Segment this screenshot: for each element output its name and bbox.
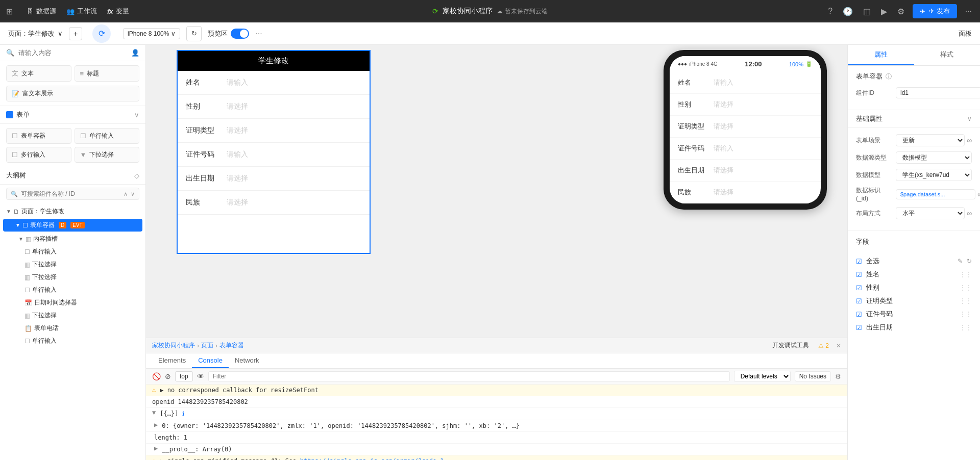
tree-section: 大纲树 ◇ 🔍 ∧ ∨ ▼ 🗋 页面：学生修改 ▼ ☐	[0, 167, 145, 460]
tree-search-up-icon[interactable]: ∧	[124, 191, 128, 197]
console-level-select[interactable]: Default levels	[734, 371, 791, 382]
field-cert-type-drag-icon[interactable]: ⋮⋮	[960, 297, 972, 304]
console-settings-icon[interactable]: ⚙	[835, 373, 841, 380]
tree-item-single-input-1[interactable]: ☐ 单行输入	[0, 245, 145, 258]
console-filter-input[interactable]	[208, 371, 730, 381]
canvas-more-icon[interactable]: ···	[255, 29, 262, 38]
field-cert-no-checkbox[interactable]: ☑	[856, 311, 862, 318]
panel-button[interactable]: 面板	[959, 29, 972, 38]
tree-item-page[interactable]: ▼ 🗋 页面：学生修改	[0, 205, 145, 218]
component-search-input[interactable]	[18, 49, 127, 57]
badge-d: D	[59, 222, 66, 228]
tab-console[interactable]: Console	[192, 353, 229, 368]
field-name-checkbox[interactable]: ☑	[856, 271, 862, 278]
form-row-gender: 性别 请选择	[178, 95, 370, 119]
refresh-button[interactable]: ↻	[186, 26, 202, 41]
slot-icon: ▥	[26, 236, 31, 243]
console-clear-icon[interactable]: 🚫	[152, 372, 161, 380]
devtools-close-icon[interactable]: ✕	[836, 342, 841, 349]
form-preview[interactable]: 学生修改 姓名 请输入 性别 请选择 证明类型 请选择	[177, 50, 371, 254]
add-page-button[interactable]: +	[69, 27, 82, 40]
more-menu-icon[interactable]: ···	[963, 5, 974, 18]
field-birth-checkbox[interactable]: ☑	[856, 324, 862, 331]
expand-arrow-1[interactable]: ▼	[152, 409, 156, 416]
spa-error-link[interactable]: https://single-spa.js.org/error/?code=1	[300, 457, 444, 461]
form-container-component[interactable]: ☐ 表单容器	[6, 128, 71, 144]
tree-collapse-icon[interactable]: ◇	[134, 172, 139, 180]
canvas-scroll[interactable]: 学生修改 姓名 请输入 性别 请选择 证明类型 请选择	[146, 45, 847, 338]
play-icon[interactable]: ▶	[879, 5, 889, 18]
tree-item-dropdown-2[interactable]: ▥ 下拉选择	[0, 271, 145, 284]
tree-item-dropdown-3[interactable]: ▥ 下拉选择	[0, 309, 145, 322]
title-component[interactable]: ≡ 标题	[75, 65, 140, 82]
field-gender-checkbox[interactable]: ☑	[856, 284, 862, 292]
tree-item-dropdown-1[interactable]: ▥ 下拉选择	[0, 258, 145, 271]
device-selector[interactable]: iPhone 8 100% ∨	[123, 28, 180, 39]
field-cert-no-drag-icon[interactable]: ⋮⋮	[960, 311, 972, 318]
console-eye-icon[interactable]: 👁	[197, 372, 204, 380]
search-icon: 🔍	[6, 49, 14, 57]
select-all-checkbox[interactable]: ☑	[856, 258, 862, 265]
data-id-link-icon[interactable]: ∞	[977, 190, 980, 198]
tab-props[interactable]: 属性	[848, 45, 914, 65]
menu-variables[interactable]: fx 变量	[107, 7, 129, 16]
prop-form-scene: 表单场景 更新 ∞	[856, 134, 972, 146]
form-row-name: 姓名 请输入	[178, 71, 370, 95]
tree-search-input[interactable]	[21, 190, 120, 197]
field-cert-type-checkbox[interactable]: ☑	[856, 297, 862, 305]
question-icon[interactable]: ?	[826, 5, 835, 18]
top-button[interactable]: top	[175, 371, 193, 381]
form-section-icon	[6, 111, 13, 118]
component-id-input[interactable]	[896, 87, 980, 98]
menu-workflow[interactable]: 👥 工作流	[66, 7, 97, 16]
layout-select[interactable]: 水平	[896, 207, 965, 219]
field-name-drag-icon[interactable]: ⋮⋮	[960, 271, 972, 278]
field-birth-drag-icon[interactable]: ⋮⋮	[960, 324, 972, 331]
form-section-collapse-icon[interactable]: ∨	[134, 111, 139, 119]
history-icon[interactable]: 🕐	[841, 5, 855, 18]
expand-arrow-3[interactable]: ▶	[154, 445, 158, 452]
datasource-type-select[interactable]: 数据模型	[896, 151, 972, 164]
tree-item-form-container[interactable]: ▼ ☐ 表单容器 D EVT	[3, 219, 142, 232]
form-container-icon: ☐	[12, 132, 18, 140]
fields-edit-icon[interactable]: ✎	[958, 258, 963, 265]
tree-search-down-icon[interactable]: ∨	[131, 191, 135, 197]
preview-toggle-switch[interactable]	[231, 29, 249, 39]
right-actions: ? 🕐 ◫ ▶ ⚙ ✈ ✈ 发布 ···	[826, 4, 974, 18]
form-scene-link-icon[interactable]: ∞	[967, 136, 972, 144]
breadcrumb-page-link[interactable]: 页面	[201, 341, 213, 350]
settings-icon[interactable]: ⚙	[895, 5, 906, 18]
component-icon-btn[interactable]: ⟳	[92, 24, 111, 43]
form-scene-select[interactable]: 更新	[896, 134, 965, 146]
field-gender-drag-icon[interactable]: ⋮⋮	[960, 284, 972, 291]
console-line-6: ▶ __proto__: Array(0)	[146, 444, 847, 455]
menu-datasource[interactable]: 🗄 数据源	[27, 7, 56, 16]
dropdown-component[interactable]: ▼ 下拉选择	[75, 147, 140, 163]
breadcrumb-app-link[interactable]: 家校协同小程序	[152, 341, 195, 350]
rich-text-component[interactable]: 📝 富文本展示	[6, 86, 139, 101]
component-info-icon[interactable]: ⓘ	[886, 72, 892, 81]
data-id-input[interactable]	[896, 189, 975, 199]
expand-arrow-2[interactable]: ▶	[154, 421, 158, 428]
data-model-select[interactable]: 学生(xs_kerw7ud	[896, 169, 972, 181]
text-component[interactable]: 文 文本	[6, 65, 71, 82]
publish-button[interactable]: ✈ ✈ 发布	[913, 4, 957, 18]
tree-item-content-slot[interactable]: ▼ ▥ 内容插槽	[0, 233, 145, 245]
database-icon[interactable]: ◫	[861, 5, 873, 18]
layout-link-icon[interactable]: ∞	[967, 209, 972, 217]
breadcrumb-component-link[interactable]: 表单容器	[219, 341, 244, 350]
fields-refresh-icon[interactable]: ↻	[967, 258, 972, 265]
tab-elements[interactable]: Elements	[152, 353, 192, 368]
page-selector[interactable]: 页面：学生修改 ∨	[8, 29, 63, 38]
tree-item-single-input-2[interactable]: ☐ 单行输入	[0, 284, 145, 296]
basic-props-section[interactable]: 基础属性 ∨	[848, 110, 980, 128]
tree-item-datetime[interactable]: 📅 日期时间选择器	[0, 296, 145, 309]
tree-item-phone[interactable]: 📋 表单电话	[0, 322, 145, 335]
multi-input-component[interactable]: ☐ 多行输入	[6, 147, 71, 163]
single-input-component[interactable]: ☐ 单行输入	[75, 128, 140, 144]
tree-item-single-input-3[interactable]: ☐ 单行输入	[0, 335, 145, 347]
tab-style[interactable]: 样式	[914, 45, 981, 65]
tab-network[interactable]: Network	[229, 353, 265, 368]
phone-row-cert-type: 证明类型 请选择	[670, 116, 821, 138]
console-stop-icon[interactable]: ⊘	[165, 372, 171, 380]
